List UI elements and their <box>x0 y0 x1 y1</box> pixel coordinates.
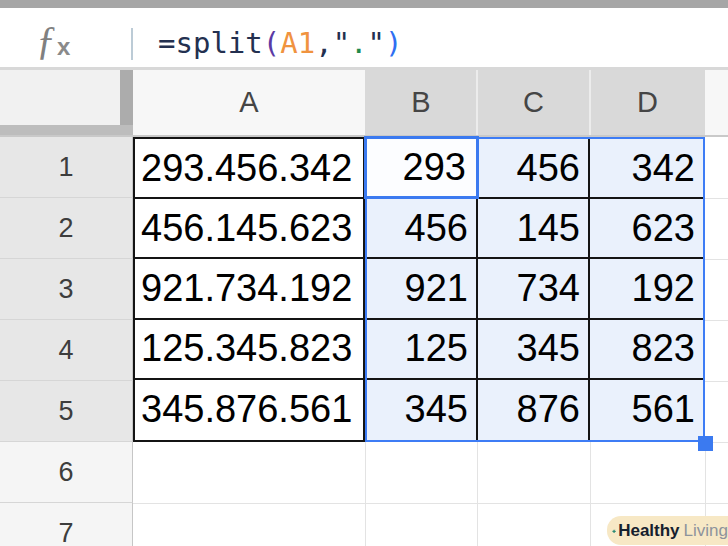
watermark-brand-secondary: Living <box>684 521 728 541</box>
gridline <box>705 198 728 199</box>
column-header-a[interactable]: A <box>133 70 365 135</box>
cell-B2[interactable]: 456 <box>367 199 478 259</box>
header-separator-bc <box>476 70 478 135</box>
fx-icon-f: ƒ <box>36 20 56 60</box>
cell-A4[interactable]: 125.345.823 <box>135 320 363 380</box>
gridline <box>590 442 591 546</box>
row-header-2[interactable]: 2 <box>0 198 133 259</box>
cell-A5[interactable]: 345.876.561 <box>135 380 363 440</box>
formula-token-func: =split <box>158 26 263 60</box>
row-header-5[interactable]: 5 <box>0 381 133 442</box>
column-a-table: 293.456.342 456.145.623 921.734.192 125.… <box>133 137 365 442</box>
cell-C1[interactable]: 456 <box>478 139 590 199</box>
cell-D3[interactable]: 192 <box>590 259 703 319</box>
select-all-corner[interactable] <box>0 70 133 135</box>
cell-C5[interactable]: 876 <box>478 380 590 440</box>
row-header-3[interactable]: 3 <box>0 259 133 320</box>
fill-handle[interactable] <box>698 436 713 451</box>
column-header-b[interactable]: B <box>365 70 477 135</box>
formula-input[interactable]: =split ( A1 , " . " ) <box>158 16 403 70</box>
gridline <box>705 381 728 382</box>
formula-token-cell-ref: A1 <box>280 26 315 60</box>
column-header-e-partial[interactable] <box>705 70 728 135</box>
cell-C4[interactable]: 345 <box>478 320 590 380</box>
gridline <box>477 442 478 546</box>
formula-token-open-paren: ( <box>263 26 280 60</box>
cell-C3[interactable]: 734 <box>478 259 590 319</box>
cell-D5[interactable]: 561 <box>590 380 703 440</box>
cell-A3[interactable]: 921.734.192 <box>135 259 363 319</box>
formula-bar: ƒ x =split ( A1 , " . " ) <box>0 8 728 70</box>
cell-B4[interactable]: 125 <box>367 320 478 380</box>
gridline <box>705 320 728 321</box>
row-header-7[interactable]: 7 <box>0 503 133 546</box>
cell-D1[interactable]: 342 <box>590 139 703 199</box>
column-header-c[interactable]: C <box>477 70 590 135</box>
cell-A2[interactable]: 456.145.623 <box>135 199 363 259</box>
plus-leaf-icon <box>612 520 616 542</box>
watermark-brand-primary: Healthy <box>618 521 679 541</box>
formula-token-quote-close: " <box>368 26 385 60</box>
row-header-1[interactable]: 1 <box>0 137 133 198</box>
cell-D2[interactable]: 623 <box>590 199 703 259</box>
gridline <box>133 503 728 504</box>
row-header-4[interactable]: 4 <box>0 320 133 381</box>
row-header-6[interactable]: 6 <box>0 442 133 503</box>
fx-icon-x: x <box>57 35 70 59</box>
cell-A1[interactable]: 293.456.342 <box>135 139 363 199</box>
formula-token-comma: , <box>315 26 332 60</box>
active-cell-b1[interactable]: 293 <box>364 136 479 199</box>
window-top-strip <box>0 0 728 8</box>
formula-token-close-paren: ) <box>385 26 402 60</box>
corner-bottom-strip <box>0 125 133 135</box>
formula-token-quote-open: " <box>333 26 350 60</box>
spreadsheet-app: ƒ x =split ( A1 , " . " ) A B C D 1 2 3 … <box>0 0 728 546</box>
cell-D4[interactable]: 823 <box>590 320 703 380</box>
row-header-column: 1 2 3 4 5 6 7 <box>0 137 133 546</box>
header-separator-cd <box>589 70 591 135</box>
gridline <box>705 259 728 260</box>
formula-token-delimiter: . <box>350 26 367 60</box>
cell-B5[interactable]: 345 <box>367 380 478 440</box>
cell-C2[interactable]: 145 <box>478 199 590 259</box>
fx-icon: ƒ x <box>36 18 96 62</box>
formula-bar-divider <box>131 28 133 60</box>
gridline <box>365 442 366 546</box>
watermark-healthy-living: Healthy Living <box>607 516 728 545</box>
cell-B3[interactable]: 921 <box>367 259 478 319</box>
column-header-d[interactable]: D <box>590 70 705 135</box>
